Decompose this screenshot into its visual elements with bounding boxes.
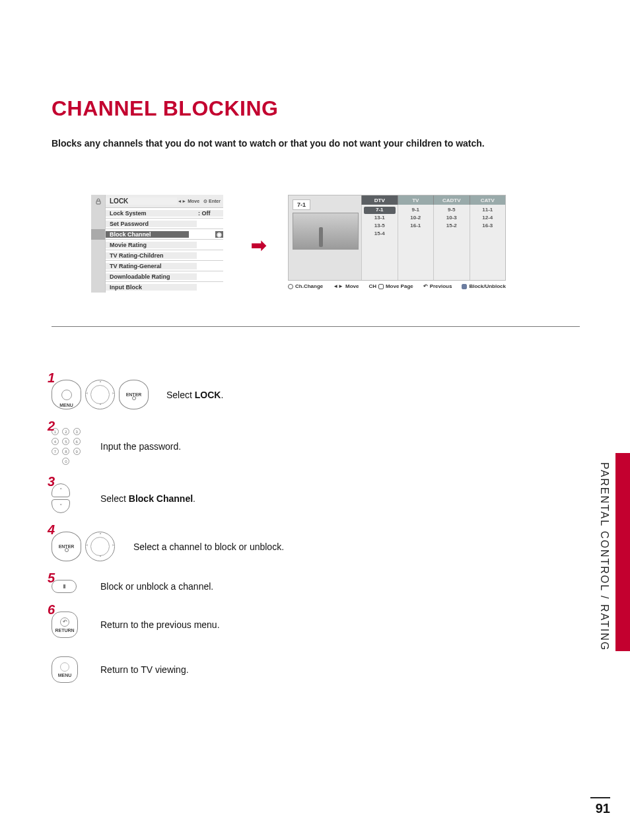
step-number: 1: [48, 370, 55, 386]
step-2: 2 123 456 789 0 Input the password.: [52, 428, 580, 465]
step-number: 5: [48, 571, 55, 586]
menu-item-label: Block Channel: [106, 231, 189, 238]
number-pad-icon: 123 456 789 0: [52, 428, 81, 465]
block-button-icon: II: [52, 580, 77, 593]
step-number: 6: [48, 602, 55, 617]
channel-column: 9-510-315-2: [433, 205, 470, 280]
channel-tab: CATV: [470, 195, 506, 205]
enter-button-icon: ENTER: [52, 532, 81, 561]
lock-menu-item: Movie Rating: [91, 240, 223, 250]
lock-menu-item: TV Rating-General: [91, 261, 223, 271]
step-6: 6 ↶ RETURN Return to the previous menu.: [52, 612, 580, 638]
menu-item-icon: [91, 271, 106, 282]
updown-icon: ˄˅: [52, 483, 70, 513]
step-3: 3 ˄˅ Select Block Channel.: [52, 483, 580, 513]
menu-button-icon: MENU: [52, 380, 81, 409]
menu-item-label: Movie Rating: [106, 242, 197, 248]
menu-button-icon: MENU: [52, 656, 78, 683]
channel-hints: Ch.Change ◄► Move CH Move Page ↶ Previou…: [288, 283, 506, 289]
lock-menu-item: Set Password: [91, 219, 223, 229]
lock-header-icon: [91, 195, 106, 208]
channel-cell: 12-4: [472, 215, 504, 222]
channel-cell: 10-3: [436, 215, 468, 222]
lock-menu-item: Block Channel◉: [91, 229, 223, 240]
step-text: Return to the previous menu.: [100, 619, 220, 630]
preview-thumbnail: [293, 213, 359, 250]
menu-item-label: TV Rating-General: [106, 263, 197, 269]
channel-cell: 13-1: [364, 215, 396, 222]
step-number: 2: [48, 419, 55, 434]
step-text: Return to TV viewing.: [100, 664, 189, 675]
channel-tab: CADTV: [433, 195, 470, 205]
lock-menu: LOCK ◄► Move ⊙ Enter Lock System: OffSet…: [91, 195, 223, 293]
channel-cell: 16-3: [472, 223, 504, 230]
menu-item-icon: [91, 229, 106, 240]
menu-item-icon: [91, 219, 106, 229]
step-number: 4: [48, 522, 55, 538]
step-1: 1 MENU ˄˅˂˃ ENTER Select LOCK.: [52, 380, 580, 409]
dpad-icon: ˄˅˂˃: [85, 380, 115, 409]
channel-column: 11-112-416-3: [470, 205, 506, 280]
channel-preview: 7-1: [289, 195, 361, 280]
step-text: Select Block Channel.: [100, 493, 195, 504]
channel-cell: 15-4: [364, 230, 396, 238]
channel-cell: 9-1: [400, 207, 432, 214]
lock-menu-item: Downloadable Rating: [91, 271, 223, 282]
current-channel-number: 7-1: [293, 199, 310, 210]
channel-cell: 7-1: [364, 207, 396, 214]
return-button-icon: ↶ RETURN: [52, 612, 78, 638]
channel-cell: 9-5: [436, 207, 468, 214]
channel-cell: 13-5: [364, 223, 396, 230]
menu-item-label: Set Password: [106, 221, 197, 227]
lock-menu-item: Lock System: Off: [91, 208, 223, 219]
menu-item-label: Lock System: [106, 210, 197, 217]
lock-menu-header: LOCK ◄► Move ⊙ Enter: [91, 195, 223, 208]
lock-menu-hints: ◄► Move ⊙ Enter: [177, 199, 223, 204]
step-final: MENU Return to TV viewing.: [52, 656, 580, 683]
step-4: 4 ENTER ˄˅˂˃ Select a channel to block o…: [52, 532, 580, 561]
channel-list: 7-1 DTVTVCADTVCATV 7-113-113-515-49-110-…: [288, 195, 506, 289]
lock-menu-item: Input Block: [91, 282, 223, 293]
selected-bullet-icon: ◉: [215, 231, 223, 238]
step-5: 5 II Block or unblock a channel.: [52, 580, 580, 593]
lock-menu-title: LOCK: [106, 197, 177, 205]
screenshots-row: LOCK ◄► Move ⊙ Enter Lock System: OffSet…: [52, 195, 580, 327]
step-text: Select a channel to block or unblock.: [133, 542, 284, 552]
page-number: 91: [590, 797, 610, 816]
arrow-icon: ➡: [251, 234, 266, 256]
step-text: Block or unblock a channel.: [100, 581, 213, 592]
menu-item-icon: [91, 250, 106, 261]
channel-column: 7-113-113-515-4: [361, 205, 398, 280]
step-text: Input the password.: [100, 441, 181, 452]
svg-rect-0: [96, 201, 100, 204]
menu-item-value: : Off: [197, 210, 223, 217]
channel-cell: 15-2: [436, 223, 468, 230]
section-label: PARENTAL CONTROL / RATING: [598, 462, 610, 651]
menu-item-icon: [91, 261, 106, 271]
dpad-icon: ˄˅˂˃: [85, 532, 115, 561]
channel-column: 9-110-216-1: [398, 205, 434, 280]
lock-menu-item: TV Rating-Children: [91, 250, 223, 261]
menu-item-icon: [91, 208, 106, 219]
channel-cell: 11-1: [472, 207, 504, 214]
intro-text: Blocks any channels that you do not want…: [52, 138, 580, 149]
menu-item-icon: [91, 240, 106, 250]
side-tab-accent: [615, 453, 630, 651]
menu-item-label: Input Block: [106, 284, 197, 291]
channel-cell: 16-1: [400, 223, 432, 230]
step-text: Select LOCK.: [166, 390, 223, 400]
menu-item-icon: [91, 282, 106, 293]
enter-button-icon: ENTER: [119, 380, 149, 409]
channel-cell: 10-2: [400, 215, 432, 222]
channel-tab: TV: [398, 195, 434, 205]
menu-item-label: Downloadable Rating: [106, 273, 197, 280]
channel-tab: DTV: [361, 195, 398, 205]
menu-item-label: TV Rating-Children: [106, 252, 197, 259]
page-title: CHANNEL BLOCKING: [52, 96, 580, 121]
